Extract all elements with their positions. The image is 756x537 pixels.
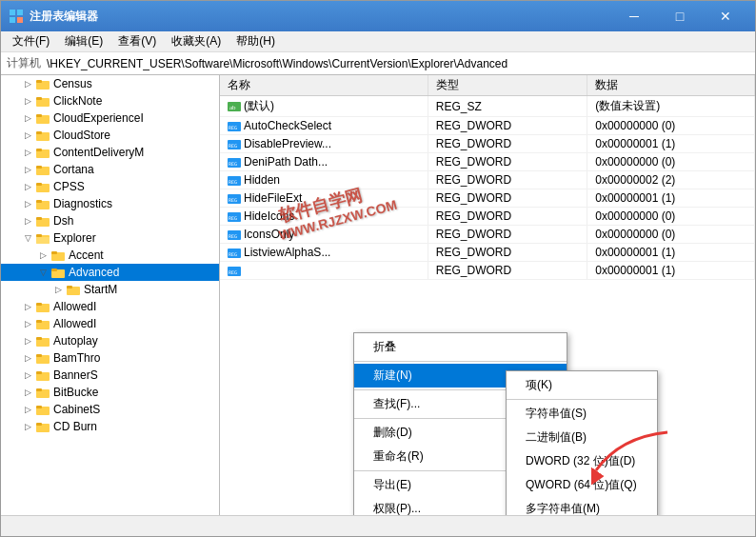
tree-label: Census xyxy=(53,77,92,90)
expand-icon: ▷ xyxy=(20,419,35,434)
tree-panel: ▷ Census ▷ ClickNote ▷ CloudExp xyxy=(1,75,220,515)
menu-help[interactable]: 帮助(H) xyxy=(229,31,283,51)
tree-item-diagnostics[interactable]: ▷ Diagnostics xyxy=(1,195,219,212)
tree-item-explorer[interactable]: ▽ Explorer xyxy=(1,229,219,247)
col-name: 名称 xyxy=(220,75,428,96)
table-row[interactable]: REGREG_DWORD0x00000001 (1) xyxy=(220,262,755,280)
tree-item-clicknote[interactable]: ▷ ClickNote xyxy=(1,92,219,109)
reg-name-icon: REG xyxy=(228,246,244,259)
tree-label: ContentDeliveryM xyxy=(53,146,144,159)
folder-icon xyxy=(35,385,50,400)
tree-item-banners[interactable]: ▷ BannerS xyxy=(1,367,219,384)
reg-name-icon: REG xyxy=(228,173,244,187)
submenu-item-dword[interactable]: DWORD (32 位)值(D) xyxy=(507,449,657,473)
ctx-separator-1 xyxy=(354,361,567,362)
svg-rect-23 xyxy=(36,234,42,237)
title-bar: 注册表编辑器 ─ □ ✕ xyxy=(1,1,755,31)
menu-view[interactable]: 查看(V) xyxy=(110,31,164,51)
expand-icon: ▷ xyxy=(20,110,35,126)
submenu-item-key[interactable]: 项(K) xyxy=(507,373,657,397)
reg-name-icon: ab xyxy=(228,99,244,112)
reg-name-cell: REGListviewAlphaS... xyxy=(220,244,428,262)
watermark: 软件自学网 WWW.RJZXW.COM xyxy=(277,189,399,228)
tree-label: CPSS xyxy=(53,180,85,193)
svg-text:REG: REG xyxy=(229,269,237,275)
ctx-collapse[interactable]: 折叠 xyxy=(354,335,567,359)
close-button[interactable]: ✕ xyxy=(704,3,747,30)
minimize-button[interactable]: ─ xyxy=(612,3,656,30)
svg-rect-17 xyxy=(36,183,42,186)
tree-item-census[interactable]: ▷ Census xyxy=(1,75,219,92)
svg-rect-26 xyxy=(51,251,57,254)
tree-item-bamthro[interactable]: ▷ BamThro xyxy=(1,349,219,367)
submenu-item-multistring[interactable]: 多字符串值(M) xyxy=(507,497,657,515)
main-content: ▷ Census ▷ ClickNote ▷ CloudExp xyxy=(1,75,755,515)
svg-text:REG: REG xyxy=(229,197,237,203)
expand-icon: ▷ xyxy=(20,76,35,91)
svg-text:REG: REG xyxy=(229,179,237,185)
tree-label: BitBucke xyxy=(53,386,98,399)
svg-rect-36 xyxy=(36,337,42,340)
reg-data-cell: 0x00000002 (2) xyxy=(587,171,755,189)
expand-icon: ▷ xyxy=(20,350,35,366)
tree-item-cdburn[interactable]: ▷ CD Burn xyxy=(1,418,219,435)
reg-name-icon: REG xyxy=(228,209,244,223)
svg-text:REG: REG xyxy=(229,143,237,149)
table-row[interactable]: REGAutoCheckSelectREG_DWORD0x00000000 (0… xyxy=(220,117,755,135)
tree-item-allowed2[interactable]: ▷ AllowedI xyxy=(1,315,219,332)
expand-icon: ▷ xyxy=(20,385,35,400)
table-row[interactable]: REGListviewAlphaS...REG_DWORD0x00000001 … xyxy=(220,244,755,262)
table-row[interactable]: REGHiddenREG_DWORD0x00000002 (2) xyxy=(220,171,755,189)
reg-data-cell: 0x00000001 (1) xyxy=(587,189,755,208)
tree-item-cloudexperience[interactable]: ▷ CloudExperienceI xyxy=(1,109,219,127)
tree-item-advanced[interactable]: ▽ Advanced xyxy=(1,264,219,281)
expand-icon: ▷ xyxy=(20,145,35,160)
tree-item-contentdelivery[interactable]: ▷ ContentDeliveryM xyxy=(1,144,219,161)
reg-type-cell: REG_SZ xyxy=(428,96,587,117)
expand-icon: ▷ xyxy=(20,402,35,417)
svg-rect-30 xyxy=(67,286,72,288)
table-row[interactable]: REGDisablePreview...REG_DWORD0x00000001 … xyxy=(220,135,755,153)
maximize-button[interactable]: □ xyxy=(658,3,702,30)
reg-type-cell: REG_DWORD xyxy=(428,153,587,171)
tree-item-startm[interactable]: ▷ StartM xyxy=(1,281,219,298)
folder-icon xyxy=(35,333,50,348)
svg-text:ab: ab xyxy=(229,104,236,111)
submenu-item-qword[interactable]: QWORD (64 位)值(Q) xyxy=(507,473,657,497)
reg-data-cell: 0x00000000 (0) xyxy=(587,208,755,226)
expand-icon: ▷ xyxy=(20,316,35,331)
tree-item-autoplay[interactable]: ▷ Autoplay xyxy=(1,332,219,349)
tree-item-cloudstore[interactable]: ▷ CloudStore xyxy=(1,127,219,144)
table-row[interactable]: ab(默认)REG_SZ(数值未设置) xyxy=(220,96,755,117)
table-row[interactable]: REGDeniPath Dath...REG_DWORD0x00000000 (… xyxy=(220,153,755,171)
tree-label: AllowedI xyxy=(53,317,96,330)
registry-table: 名称 类型 数据 ab(默认)REG_SZ(数值未设置)REGAutoCheck… xyxy=(220,75,755,280)
folder-icon xyxy=(35,213,50,229)
folder-icon xyxy=(35,179,50,194)
tree-item-cabinets[interactable]: ▷ CabinetS xyxy=(1,401,219,418)
app-icon xyxy=(9,9,24,24)
menu-edit[interactable]: 编辑(E) xyxy=(57,31,110,51)
svg-rect-40 xyxy=(36,371,42,374)
tree-item-allowed1[interactable]: ▷ AllowedI xyxy=(1,298,219,315)
menu-favorites[interactable]: 收藏夹(A) xyxy=(164,31,229,51)
svg-rect-24 xyxy=(36,237,50,244)
svg-rect-3 xyxy=(17,17,23,23)
reg-type-cell: REG_DWORD xyxy=(428,208,587,226)
tree-item-cpss[interactable]: ▷ CPSS xyxy=(1,178,219,195)
svg-rect-42 xyxy=(36,388,42,391)
reg-type-cell: REG_DWORD xyxy=(428,262,587,280)
tree-item-accent[interactable]: ▷ Accent xyxy=(1,247,219,264)
svg-rect-7 xyxy=(36,97,42,100)
reg-data-cell: 0x00000000 (0) xyxy=(587,117,755,135)
tree-label: CloudExperienceI xyxy=(53,111,144,125)
submenu-item-string[interactable]: 字符串值(S) xyxy=(507,402,657,426)
tree-item-dsh[interactable]: ▷ Dsh xyxy=(1,212,219,229)
tree-item-cortana[interactable]: ▷ Cortana xyxy=(1,161,219,178)
reg-name-cell: REG xyxy=(220,262,428,280)
folder-icon xyxy=(35,196,50,211)
reg-name-icon: REG xyxy=(228,137,244,150)
submenu-item-binary[interactable]: 二进制值(B) xyxy=(507,426,657,449)
menu-file[interactable]: 文件(F) xyxy=(5,31,57,51)
tree-item-bitbucke[interactable]: ▷ BitBucke xyxy=(1,384,219,401)
